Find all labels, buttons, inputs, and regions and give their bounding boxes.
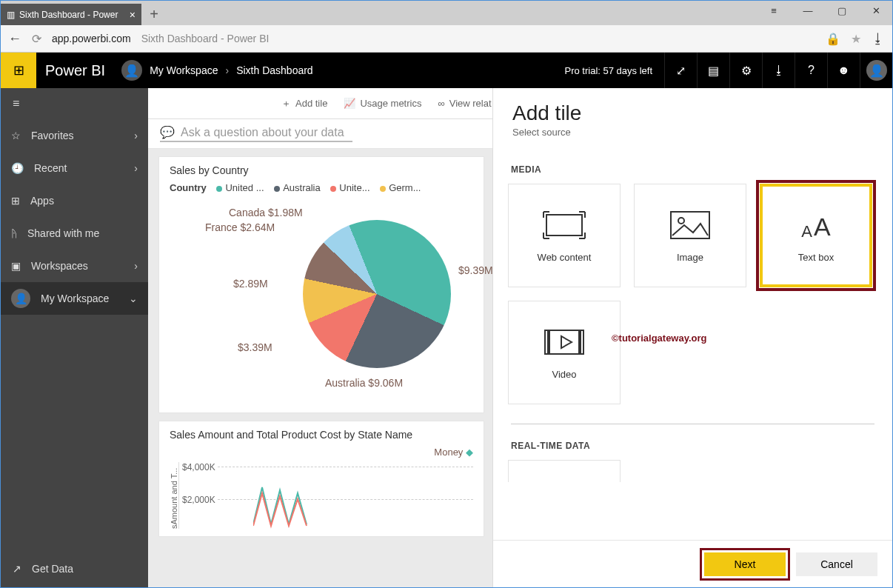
- chart-icon: 📈: [344, 98, 355, 109]
- close-window-button[interactable]: ✕: [859, 0, 893, 21]
- chevron-right-icon: ›: [134, 130, 138, 141]
- legend-dot: [274, 186, 280, 192]
- next-button[interactable]: Next: [704, 552, 786, 576]
- gridline: [218, 467, 473, 467]
- y-tick: $2,000K: [182, 495, 215, 505]
- share-icon: ᚤ: [11, 227, 17, 239]
- tab-title: Sixth Dashboard - Power: [19, 10, 118, 20]
- fullscreen-icon[interactable]: ⤢: [664, 53, 697, 88]
- pie-label-289: $2.89M: [233, 278, 268, 290]
- new-tab-button[interactable]: +: [141, 4, 167, 25]
- browser-tab[interactable]: ▥ Sixth Dashboard - Power ×: [1, 4, 141, 25]
- line-sparkline: [253, 480, 342, 532]
- sidebar-item-label: Recent: [34, 162, 67, 174]
- sidebar-item-shared[interactable]: ᚤ Shared with me: [1, 217, 148, 250]
- tile-option-text-box[interactable]: AA Text box: [760, 184, 872, 287]
- legend-label: Money: [434, 447, 463, 458]
- pie-legend: Country United ... Australia Unite... Ge…: [170, 182, 473, 193]
- breadcrumb-workspace[interactable]: My Workspace: [150, 64, 218, 76]
- sidebar-item-workspaces[interactable]: ▣ Workspaces ›: [1, 250, 148, 282]
- tile-option-label: Image: [677, 252, 703, 263]
- sidebar-item-label: Apps: [30, 195, 54, 207]
- download-top-icon[interactable]: ⭳: [762, 53, 795, 88]
- view-related-button[interactable]: ∞View relat: [438, 98, 491, 109]
- usage-metrics-button[interactable]: 📈Usage metrics: [344, 98, 421, 109]
- help-icon[interactable]: ?: [795, 53, 827, 88]
- powerbi-topbar: ⊞ Power BI 👤 My Workspace › Sixth Dashbo…: [1, 53, 892, 88]
- user-avatar-icon[interactable]: 👤: [860, 53, 892, 88]
- tile-option-video[interactable]: Video: [508, 301, 621, 404]
- svg-marker-6: [561, 336, 572, 348]
- sidebar-item-label: Workspaces: [31, 260, 88, 272]
- chevron-down-icon: ⌄: [129, 293, 138, 304]
- tile-option-image[interactable]: Image: [634, 184, 746, 287]
- add-tile-button[interactable]: ＋Add tile: [281, 97, 327, 110]
- lock-icon: 🔒: [826, 32, 840, 46]
- panel-title: Add tile: [512, 101, 873, 125]
- button-label: Next: [735, 558, 756, 570]
- breadcrumb-dashboard[interactable]: Sixth Dashboard: [236, 64, 313, 76]
- feedback-smiley-icon[interactable]: ☻: [827, 53, 860, 88]
- download-icon[interactable]: ⭳: [872, 31, 885, 47]
- legend-dot: [216, 186, 222, 192]
- tool-label: Add tile: [295, 98, 327, 109]
- related-icon: ∞: [438, 98, 444, 109]
- tile-option-web-content[interactable]: Web content: [508, 184, 621, 287]
- sidebar-item-recent[interactable]: 🕘 Recent ›: [1, 152, 148, 184]
- tile-option-label: Text box: [798, 252, 834, 263]
- brand-label: Power BI: [45, 62, 105, 79]
- chart-icon: ▥: [7, 10, 15, 20]
- tile-option-label: Web content: [538, 252, 592, 263]
- chat-icon: 💬: [160, 125, 175, 139]
- star-icon: ☆: [11, 130, 21, 141]
- get-data-icon: ↗: [13, 563, 21, 575]
- settings-gear-icon[interactable]: ⚙: [729, 53, 762, 88]
- pie-label-australia: Australia $9.06M: [325, 377, 403, 389]
- clock-icon: 🕘: [11, 162, 24, 174]
- section-divider: [511, 424, 874, 424]
- sidebar-item-label: Shared with me: [27, 227, 99, 239]
- get-data-button[interactable]: ↗ Get Data: [1, 550, 148, 587]
- cancel-button[interactable]: Cancel: [796, 552, 877, 576]
- refresh-button[interactable]: ⟳: [32, 32, 41, 46]
- plus-icon: ＋: [281, 97, 291, 110]
- app-launcher-icon[interactable]: ⊞: [1, 53, 36, 88]
- favorite-icon[interactable]: ★: [851, 32, 861, 46]
- tile-option-realtime-placeholder[interactable]: [508, 460, 621, 482]
- avatar-icon: 👤: [11, 289, 30, 308]
- workspaces-icon: ▣: [11, 260, 21, 272]
- image-icon: [668, 209, 712, 241]
- panel-footer: Next Cancel: [493, 540, 892, 587]
- video-icon: [542, 326, 586, 358]
- minimize-button[interactable]: —: [791, 0, 825, 21]
- pie-chart: Canada $1.98M France $2.64M $9.39M $2.89…: [170, 198, 473, 405]
- sidebar-toggle-icon[interactable]: ≡: [1, 88, 148, 119]
- window-controls: ≡ — ▢ ✕: [757, 0, 893, 21]
- close-tab-icon[interactable]: ×: [130, 9, 136, 21]
- tile-sales-by-state[interactable]: Sales Amount and Total Product Cost by S…: [158, 421, 484, 537]
- pie-label-france: France $2.64M: [205, 221, 275, 233]
- section-realtime-label: REAL-TIME DATA: [511, 441, 877, 451]
- tile-option-label: Video: [552, 369, 576, 380]
- sidebar-item-my-workspace[interactable]: 👤 My Workspace ⌄: [1, 282, 148, 315]
- browser-menu-icon[interactable]: ≡: [757, 0, 791, 21]
- qna-placeholder: Ask a question about your data: [181, 126, 344, 139]
- maximize-button[interactable]: ▢: [825, 0, 859, 21]
- url-host: app.powerbi.com: [52, 33, 131, 44]
- text-box-icon: AA: [794, 209, 838, 241]
- pie-label-339: $3.39M: [238, 341, 272, 353]
- sidebar-item-apps[interactable]: ⊞ Apps: [1, 184, 148, 217]
- tile-sales-by-country[interactable]: Sales by Country Country United ... Aust…: [158, 156, 484, 413]
- url-field[interactable]: app.powerbi.com Sixth Dashboard - Power …: [52, 33, 815, 44]
- watermark-text: ©tutorialgateway.org: [612, 333, 707, 344]
- section-media-label: MEDIA: [511, 164, 877, 175]
- sidebar-item-favorites[interactable]: ☆ Favorites ›: [1, 119, 148, 152]
- back-button[interactable]: ←: [8, 31, 21, 47]
- y-tick: $4,000K: [182, 462, 215, 472]
- legend-dot: [380, 186, 386, 192]
- sidebar-item-label: My Workspace: [41, 293, 109, 304]
- qna-input[interactable]: 💬 Ask a question about your data: [160, 125, 352, 142]
- legend-label: Unite...: [339, 182, 369, 193]
- comments-icon[interactable]: ▤: [697, 53, 729, 88]
- sidebar: ≡ ☆ Favorites › 🕘 Recent › ⊞ Apps ᚤ Shar…: [1, 88, 148, 587]
